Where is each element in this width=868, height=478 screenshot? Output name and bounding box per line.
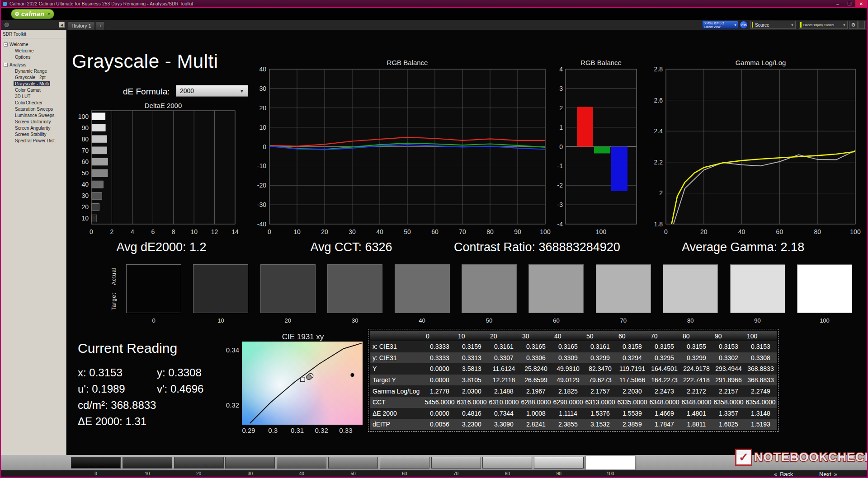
sidebar-item-luminance-sweeps[interactable]: Luminance Sweeps: [4, 112, 66, 118]
svg-text:-40: -40: [257, 220, 266, 228]
table-col-header: 20: [488, 331, 520, 341]
gray-swatch-60: [528, 264, 584, 313]
back-button[interactable]: « Back: [774, 471, 793, 478]
pattern-button-80[interactable]: [482, 457, 532, 469]
calman-menu-button[interactable]: ❂ calman ▼: [11, 9, 54, 19]
svg-text:90: 90: [81, 124, 89, 131]
sidebar-item-label: Screen Stability: [14, 132, 47, 137]
table-cell: 6335.0000: [616, 397, 648, 408]
reading-x: x: 0.3153: [78, 366, 123, 379]
sidebar-item-dynamic-range[interactable]: Dynamic Range: [4, 68, 66, 74]
double-chevron-right-icon: »: [834, 471, 837, 478]
sidebar-item-3d-lut[interactable]: 3D LUT: [4, 93, 66, 99]
pattern-button-20[interactable]: [174, 457, 224, 469]
svg-text:4: 4: [559, 66, 563, 73]
svg-text:100: 100: [596, 228, 607, 235]
sidebar-item-saturation-sweeps[interactable]: Saturation Sweeps: [4, 106, 66, 112]
source-color-bar: [752, 22, 753, 28]
pattern-button-100[interactable]: [585, 455, 635, 470]
table-cell: 2.1488: [488, 385, 520, 397]
svg-text:1: 1: [559, 124, 563, 131]
sidebar-item-grayscale-2pt[interactable]: Grayscale - 2pt: [4, 74, 66, 80]
minimize-button[interactable]: –: [832, 0, 844, 7]
table-cell: 293.4944: [712, 363, 745, 375]
svg-text:-30: -30: [257, 201, 266, 208]
sidebar-item-screen-uniformity[interactable]: Screen Uniformity: [4, 118, 66, 125]
de-formula-dropdown[interactable]: 2000 ▼: [176, 85, 248, 97]
source-dropdown[interactable]: Source ▼: [750, 21, 796, 29]
sidebar-item-screen-stability[interactable]: Screen Stability: [4, 131, 66, 137]
chevron-down-icon: ▼: [240, 89, 244, 94]
sidebar-options-icon[interactable]: [5, 23, 9, 27]
gray-swatch-label-70: 70: [596, 317, 651, 324]
svg-text:2.4: 2.4: [654, 127, 663, 135]
planckian-locus: [250, 343, 362, 423]
chevron-down-icon: ▼: [47, 12, 51, 16]
pattern-button-50[interactable]: [328, 457, 378, 469]
chart-rgb-balance-line: RGB Balance403020100-10-20-30-4001020304…: [247, 57, 555, 238]
meter-count-badge[interactable]: 236: [740, 21, 748, 29]
cie-x-tick-label: 0.32: [310, 426, 333, 434]
tab-history-1[interactable]: History 1: [68, 21, 95, 30]
table-cell: 0.3309: [552, 352, 584, 364]
pattern-button-0[interactable]: [71, 457, 121, 469]
source-label: Source: [755, 23, 769, 28]
measured-marker: [307, 375, 311, 380]
gray-swatch-90: [730, 264, 785, 313]
svg-text:20: 20: [321, 228, 328, 235]
table-cell: 6354.0000: [745, 397, 777, 408]
display-control-dropdown[interactable]: Direct Display Control ▼: [799, 21, 848, 29]
deltae-bar-10: [92, 215, 97, 222]
pattern-button-60[interactable]: [380, 457, 429, 469]
deltae-bar-70: [92, 147, 107, 154]
sidebar-item-color-gamut[interactable]: Color Gamut: [4, 87, 66, 93]
add-tab-button[interactable]: +: [96, 21, 105, 30]
table-row-label: CCT: [370, 397, 424, 408]
sidebar-item-spectral-power-dist[interactable]: Spectral Power Dist.: [4, 137, 66, 144]
watermark-text: NOTEBOOKCHECK: [754, 450, 868, 464]
sidebar-item-screen-angularity[interactable]: Screen Angularity: [4, 125, 66, 131]
deltae-bar-60: [92, 158, 108, 165]
pattern-button-40[interactable]: [277, 457, 326, 469]
sidebar-item-colorchecker[interactable]: ColorChecker: [4, 99, 66, 106]
chevron-down-icon: ▼: [791, 23, 794, 27]
settings-gear-button[interactable]: ⚙: [849, 21, 858, 29]
sidebar-item-options[interactable]: Options: [4, 54, 66, 60]
pattern-label-70: 70: [431, 471, 481, 476]
table-cell: 2.2749: [745, 385, 777, 397]
sidebar-collapse-button[interactable]: ◀: [59, 22, 65, 28]
layout-button[interactable]: [859, 21, 865, 29]
tree-group-welcome[interactable]: −Welcome: [4, 41, 66, 47]
table-cell: 0.3155: [648, 341, 680, 352]
table-cell: 0.3295: [648, 352, 680, 364]
svg-text:20: 20: [700, 228, 708, 235]
de-formula-label: dE Formula:: [123, 87, 170, 97]
svg-text:3: 3: [559, 85, 563, 92]
table-cell: 0.3153: [712, 341, 745, 352]
pattern-button-70[interactable]: [431, 457, 481, 469]
deltae-bar-50: [92, 169, 108, 177]
close-button[interactable]: ✕: [855, 0, 867, 7]
current-reading-title: Current Reading: [78, 341, 177, 356]
notebookcheck-watermark: ✓ NOTEBOOKCHECK: [735, 449, 868, 466]
table-cell: 2.1967: [520, 385, 552, 397]
cie-x-tick-label: 0.33: [335, 426, 357, 434]
pattern-button-30[interactable]: [225, 457, 275, 469]
maximize-button[interactable]: ❐: [844, 0, 855, 7]
tree-group-analysis[interactable]: −Analysis: [4, 61, 66, 68]
meter-dropdown[interactable]: X-Rite i1Pro 2 Direct View ▼: [702, 21, 738, 29]
gray-swatch-label-20: 20: [260, 317, 316, 324]
pattern-button-90[interactable]: [534, 457, 584, 469]
next-button[interactable]: Next »: [819, 471, 837, 478]
pattern-button-10[interactable]: [123, 457, 172, 469]
table-col-header: 60: [616, 331, 648, 341]
deltae-bar-40: [92, 181, 103, 188]
sidebar-item-grayscale-multi[interactable]: Grayscale - Multi: [4, 80, 66, 87]
svg-text:-4: -4: [557, 220, 563, 228]
svg-text:30: 30: [81, 192, 89, 199]
display-color-bar: [800, 22, 802, 28]
sidebar-item-welcome[interactable]: Welcome: [4, 47, 66, 54]
table-cell: 1.4801: [680, 408, 712, 419]
sidebar-item-label: Grayscale - Multi: [14, 81, 50, 86]
cie-x-tick-label: 0.3: [262, 426, 284, 434]
